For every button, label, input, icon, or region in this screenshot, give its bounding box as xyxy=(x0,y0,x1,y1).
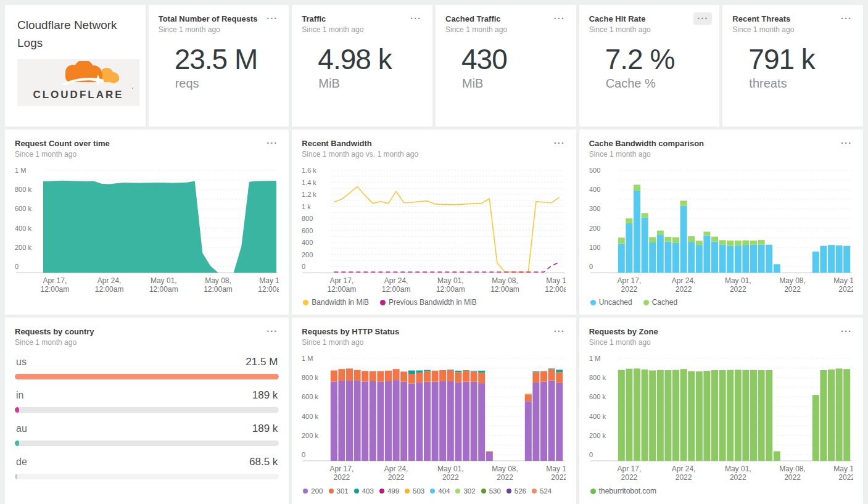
svg-text:Apr 17,: Apr 17, xyxy=(617,465,641,473)
svg-text:0: 0 xyxy=(15,263,19,270)
panel-menu-icon[interactable] xyxy=(550,325,569,337)
legend-item[interactable]: theburritobot.com xyxy=(590,487,656,495)
legend-item[interactable]: 403 xyxy=(354,487,374,495)
svg-text:Apr 17,: Apr 17, xyxy=(617,276,641,285)
svg-text:0: 0 xyxy=(302,451,305,458)
svg-text:2022: 2022 xyxy=(675,473,692,482)
bandwidth-chart[interactable]: 02004006008001 k1.2 k1.4 k1.6 kApr 17,12… xyxy=(302,167,566,295)
legend-label: Bandwidth in MiB xyxy=(312,299,369,306)
country-row: us21.5 M xyxy=(15,356,279,379)
svg-text:2022: 2022 xyxy=(552,473,566,482)
svg-text:2022: 2022 xyxy=(621,473,637,482)
svg-text:600 k: 600 k xyxy=(302,393,318,400)
panel-menu-icon[interactable] xyxy=(837,325,856,337)
svg-text:Apr 17,: Apr 17, xyxy=(43,276,67,285)
panel-subtitle: Since 1 month ago xyxy=(302,25,423,35)
panel-title: Requests by country xyxy=(15,326,279,337)
country-bar-track xyxy=(15,407,279,413)
legend-item[interactable]: Previous Bandwidth in MiB xyxy=(380,299,477,306)
legend-item[interactable]: 301 xyxy=(329,487,349,495)
country-code: de xyxy=(16,456,27,468)
legend-item[interactable]: 404 xyxy=(430,487,450,495)
svg-text:400 k: 400 k xyxy=(589,413,606,420)
request-count-chart[interactable]: 0200 k400 k600 k800 k1 MApr 17,12:00amAp… xyxy=(15,167,279,295)
panel-menu-icon[interactable] xyxy=(837,137,856,149)
legend-item[interactable]: Uncached xyxy=(590,299,632,306)
panel-title: Requests by HTTP Status xyxy=(302,326,566,337)
panel-title: Recent Threats xyxy=(732,14,853,24)
panel-recent-threats: Recent Threats Since 1 month ago 791 k t… xyxy=(722,5,863,126)
svg-text:May 08,: May 08, xyxy=(492,465,518,473)
stat-value: 23.5 M xyxy=(175,43,279,75)
stat-value: 4.98 k xyxy=(318,43,423,75)
country-bar-fill xyxy=(15,440,19,446)
http-status-chart[interactable]: 0200 k400 k600 k800 k1 MApr 17,2022Apr 2… xyxy=(302,355,566,483)
svg-text:2022: 2022 xyxy=(442,473,459,482)
panel-requests-by-country: Requests by country Since 1 month ago us… xyxy=(5,318,289,504)
svg-text:1.4 k: 1.4 k xyxy=(302,179,316,186)
cloudflare-logo-text: CLOUDFLARE xyxy=(33,89,123,101)
legend-item[interactable]: Bandwidth in MiB xyxy=(303,299,369,306)
svg-text:400: 400 xyxy=(302,239,313,246)
panel-title: Recent Bandwidth xyxy=(302,138,566,149)
svg-text:2022: 2022 xyxy=(675,285,692,294)
legend-label: Previous Bandwidth in MiB xyxy=(389,299,477,306)
svg-text:2022: 2022 xyxy=(838,285,853,294)
legend-item[interactable]: Cached xyxy=(643,299,677,306)
panel-subtitle: Since 1 month ago xyxy=(15,149,279,159)
panel-cache-hit-rate: Cache Hit Rate Since 1 month ago 7.2 % C… xyxy=(579,5,720,126)
panel-menu-icon[interactable] xyxy=(407,12,425,25)
svg-text:May 01,: May 01, xyxy=(437,465,464,473)
country-code: in xyxy=(16,390,23,401)
svg-text:12:00am: 12:00am xyxy=(382,285,411,294)
country-bar-track xyxy=(15,374,279,379)
svg-text:12:00am: 12:00am xyxy=(328,285,357,294)
svg-text:May 01,: May 01, xyxy=(725,465,751,473)
panel-subtitle: Since 1 month ago xyxy=(159,25,279,35)
legend-item[interactable]: 503 xyxy=(405,487,424,495)
legend-dot-icon xyxy=(506,489,511,494)
country-code: au xyxy=(16,423,27,434)
svg-text:400 k: 400 k xyxy=(302,413,318,420)
legend-label: theburritobot.com xyxy=(599,487,656,495)
stat-unit: MiB xyxy=(318,76,423,91)
panel-recent-bandwidth: Recent Bandwidth Since 1 month ago vs. 1… xyxy=(292,130,576,315)
svg-text:1.6 k: 1.6 k xyxy=(302,167,316,174)
svg-text:300: 300 xyxy=(589,205,600,212)
panel-menu-icon[interactable] xyxy=(550,12,569,25)
svg-text:12:00am: 12:00am xyxy=(490,285,519,294)
legend-label: Uncached xyxy=(599,299,632,306)
legend-item[interactable]: 200 xyxy=(303,487,323,495)
panel-subtitle: Since 1 month ago xyxy=(589,25,710,35)
country-value: 189 k xyxy=(252,389,278,402)
panel-menu-icon[interactable] xyxy=(263,12,281,25)
zone-chart[interactable]: 0200 k400 k600 k800 k1 MApr 17,2022Apr 2… xyxy=(589,355,853,483)
legend-label: 200 xyxy=(311,487,323,495)
legend-dot-icon xyxy=(354,489,359,494)
legend-label: 301 xyxy=(337,487,349,495)
legend-label: 530 xyxy=(489,487,501,495)
panel-menu-icon[interactable] xyxy=(263,325,281,337)
panel-requests-by-http-status: Requests by HTTP Status Since 1 month ag… xyxy=(292,318,576,504)
panel-menu-icon[interactable] xyxy=(263,137,281,149)
legend-item[interactable]: 530 xyxy=(481,487,501,495)
legend-item[interactable]: 302 xyxy=(455,487,475,495)
svg-text:600 k: 600 k xyxy=(15,205,31,212)
legend-item[interactable]: 524 xyxy=(532,487,552,495)
svg-text:200 k: 200 k xyxy=(15,244,31,251)
http-status-legend: 200301403499503404302530526524 xyxy=(302,487,566,495)
svg-text:1 k: 1 k xyxy=(302,203,311,210)
legend-dot-icon xyxy=(590,489,596,494)
country-bar-fill xyxy=(15,407,19,413)
svg-text:2022: 2022 xyxy=(838,473,853,482)
legend-item[interactable]: 499 xyxy=(379,487,399,495)
panel-menu-icon[interactable] xyxy=(550,137,569,149)
svg-text:2022: 2022 xyxy=(730,473,746,482)
country-bar-track xyxy=(15,474,279,479)
panel-menu-icon[interactable] xyxy=(837,12,856,25)
svg-text:2022: 2022 xyxy=(784,285,801,294)
cache-bandwidth-chart[interactable]: 0100200300400500Apr 17,2022Apr 24,2022Ma… xyxy=(589,167,853,295)
panel-menu-icon[interactable] xyxy=(693,12,712,25)
legend-item[interactable]: 526 xyxy=(506,487,526,495)
panel-title: Cache Bandwidth comparison xyxy=(589,138,853,149)
